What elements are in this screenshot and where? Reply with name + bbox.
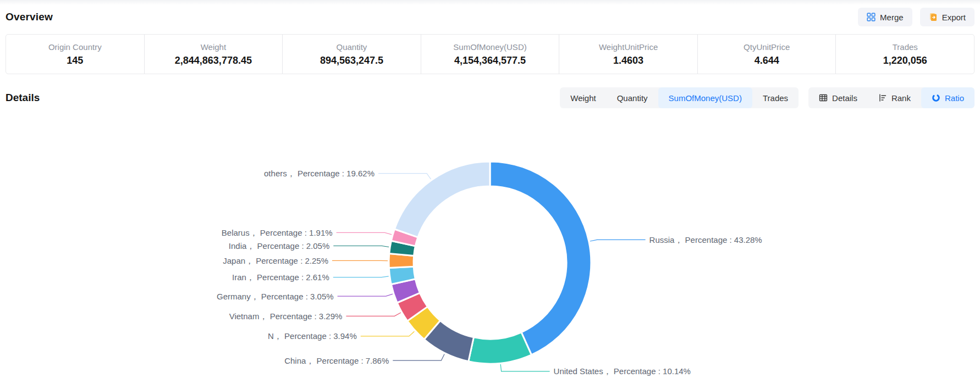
page: Overview Merge Export Origin Country 145… [0, 0, 980, 108]
tab-weight[interactable]: Weight [560, 87, 606, 108]
label-line-iran [333, 276, 389, 277]
label-line-india [333, 246, 389, 247]
label-line-belarus [337, 232, 392, 235]
stat-cell-trades: Trades 1,220,056 [836, 35, 974, 74]
stat-value: 4,154,364,577.5 [454, 55, 526, 66]
label-line-united-states [500, 364, 549, 371]
slice-label-others: others， Percentage : 19.62% [264, 169, 375, 178]
stat-label: WeightUnitPrice [599, 42, 658, 52]
stat-label: Trades [893, 42, 918, 52]
export-button[interactable]: Export [920, 8, 975, 26]
stat-value: 4.644 [755, 55, 779, 66]
tab-label: Details [832, 93, 857, 103]
merge-button-label: Merge [880, 13, 904, 22]
tab-ratio[interactable]: Ratio [921, 87, 975, 108]
stat-cell-weight: Weight 2,844,863,778.45 [145, 35, 283, 74]
slice-label-belarus: Belarus， Percentage : 1.91% [222, 228, 333, 237]
stat-value: 1.4603 [613, 55, 643, 66]
stat-value: 1,220,056 [883, 55, 927, 66]
stat-label: Weight [201, 42, 226, 52]
stat-label: Origin Country [48, 42, 102, 52]
header-buttons: Merge Export [858, 8, 975, 26]
tab-label: Weight [570, 93, 596, 103]
label-line-others [378, 174, 431, 180]
stat-cell-sumofmoney-usd-: SumOfMoney(USD) 4,154,364,577.5 [421, 35, 560, 74]
page-title: Overview [5, 11, 53, 23]
export-button-label: Export [942, 13, 966, 22]
tab-groups: WeightQuantitySumOfMoney(USD)Trades Deta… [560, 87, 975, 108]
slice-label-japan: Japan， Percentage : 2.25% [223, 256, 328, 265]
merge-icon [867, 13, 876, 21]
view-tab-group: DetailsRankRatio [808, 87, 975, 108]
stat-cell-origin-country: Origin Country 145 [6, 35, 145, 74]
metric-tab-group: WeightQuantitySumOfMoney(USD)Trades [560, 87, 799, 108]
tab-label: Quantity [617, 93, 648, 103]
slice-label-germany: Germany， Percentage : 3.05% [217, 292, 334, 301]
slice-label-vietnam: Vietnam， Percentage : 3.29% [229, 312, 343, 321]
label-line-vietnam [346, 313, 400, 316]
slice-label-n: N， Percentage : 3.94% [268, 331, 357, 341]
overview-stats-card: Origin Country 145Weight 2,844,863,778.4… [5, 34, 975, 74]
label-line-germany [338, 294, 393, 296]
stat-label: SumOfMoney(USD) [453, 42, 526, 52]
slice-label-china: China， Percentage : 7.86% [284, 356, 389, 365]
stat-label: Quantity [337, 42, 367, 52]
tab-details[interactable]: Details [808, 87, 868, 108]
rank-icon [878, 93, 887, 102]
tab-label: Rank [891, 93, 911, 103]
tab-quantity[interactable]: Quantity [607, 87, 658, 108]
stat-cell-quantity: Quantity 894,563,247.5 [283, 35, 421, 74]
ratio-icon [932, 93, 940, 102]
donut-slice-others[interactable] [394, 162, 490, 237]
stat-label: QtyUnitPrice [744, 42, 790, 52]
tab-label: Trades [763, 93, 788, 103]
tab-trades[interactable]: Trades [752, 87, 799, 108]
export-icon [929, 13, 938, 21]
slice-label-india: India， Percentage : 2.05% [229, 241, 329, 251]
details-header: Details WeightQuantitySumOfMoney(USD)Tra… [5, 87, 975, 108]
stat-value: 145 [67, 55, 83, 66]
slice-label-united-states: United States， Percentage : 10.14% [554, 366, 691, 376]
slice-label-russia: Russia， Percentage : 43.28% [649, 235, 762, 244]
stat-value: 2,844,863,778.45 [175, 55, 252, 66]
details-title: Details [5, 92, 40, 104]
label-line-russia [590, 240, 646, 241]
tab-rank[interactable]: Rank [868, 87, 921, 108]
merge-button[interactable]: Merge [858, 8, 912, 26]
table-icon [819, 93, 828, 102]
donut-slice-russia[interactable] [490, 162, 591, 355]
tab-label: SumOfMoney(USD) [669, 93, 742, 103]
donut-slice-united-states[interactable] [469, 332, 532, 364]
label-line-n [361, 331, 415, 336]
ratio-donut-chart: Russia， Percentage : 43.28%United States… [0, 110, 980, 378]
tab-sumofmoney-usd-[interactable]: SumOfMoney(USD) [658, 87, 752, 108]
label-line-china [393, 354, 444, 361]
stat-cell-weightunitprice: WeightUnitPrice 1.4603 [559, 35, 698, 74]
tab-label: Ratio [945, 93, 964, 103]
stat-value: 894,563,247.5 [320, 55, 383, 66]
overview-header: Overview Merge Export [5, 0, 975, 26]
slice-label-iran: Iran， Percentage : 2.61% [232, 273, 329, 282]
stat-cell-qtyunitprice: QtyUnitPrice 4.644 [698, 35, 836, 74]
